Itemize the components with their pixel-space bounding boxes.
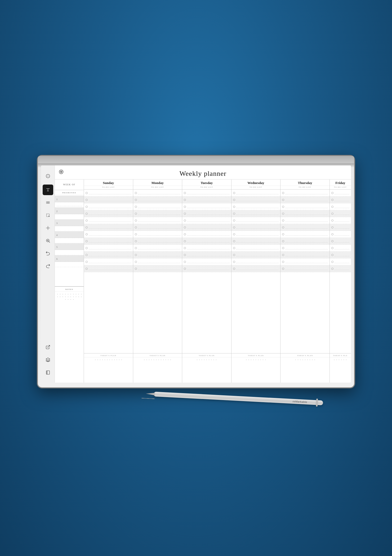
checkbox[interactable] (331, 240, 333, 242)
checkbox[interactable] (282, 240, 284, 242)
checkbox[interactable] (331, 206, 333, 208)
redo-btn[interactable] (43, 261, 53, 271)
checkbox[interactable] (233, 213, 235, 215)
checkbox[interactable] (184, 192, 186, 194)
checkbox[interactable] (184, 213, 186, 215)
sidebar-top-icon (41, 169, 55, 183)
checkbox[interactable] (282, 206, 284, 208)
checkbox[interactable] (282, 261, 284, 263)
checkbox[interactable] (135, 233, 137, 235)
checkbox[interactable] (282, 268, 284, 270)
notes-section: NOTES (55, 286, 84, 383)
checkbox[interactable] (233, 192, 235, 194)
tablet-device: Weekly planner WEEK OF PRIORITIES (37, 155, 355, 388)
checkbox[interactable] (135, 254, 137, 256)
checkbox[interactable] (135, 240, 137, 242)
checkbox[interactable] (233, 233, 235, 235)
checkbox[interactable] (282, 219, 284, 222)
checkbox[interactable] (86, 192, 88, 194)
checkbox[interactable] (233, 199, 235, 201)
selection-tool-btn[interactable] (43, 210, 53, 221)
checkbox[interactable] (135, 268, 137, 270)
checkbox[interactable] (86, 247, 88, 249)
undo-btn[interactable] (43, 248, 53, 259)
checkbox[interactable] (135, 247, 137, 249)
checkbox[interactable] (233, 254, 235, 256)
priorities-label: PRIORITIES (55, 190, 84, 195)
checkbox[interactable] (233, 226, 235, 228)
checkbox[interactable] (331, 213, 333, 215)
checkbox[interactable] (86, 219, 88, 222)
checkbox[interactable] (282, 226, 284, 228)
checkbox[interactable] (233, 247, 235, 249)
checkbox[interactable] (135, 199, 137, 201)
checkbox[interactable] (135, 219, 137, 222)
checkbox[interactable] (331, 254, 333, 256)
checkbox[interactable] (135, 206, 137, 208)
checkbox[interactable] (331, 219, 333, 222)
text-tool-btn[interactable] (43, 185, 53, 195)
checkbox[interactable] (331, 199, 333, 201)
checkbox[interactable] (184, 226, 186, 228)
layers-btn[interactable] (43, 355, 53, 365)
checkbox[interactable] (331, 268, 333, 270)
checkbox[interactable] (86, 199, 88, 201)
device-wrapper: Weekly planner WEEK OF PRIORITIES (37, 155, 355, 401)
checkbox[interactable] (86, 206, 88, 208)
checkbox[interactable] (184, 199, 186, 201)
todo-row (231, 196, 280, 203)
checkbox[interactable] (233, 206, 235, 208)
checkbox[interactable] (331, 226, 333, 228)
checkbox[interactable] (86, 233, 88, 235)
checkbox[interactable] (86, 268, 88, 270)
notes-label: NOTES (55, 287, 84, 292)
pen-clip (316, 398, 318, 406)
checkbox[interactable] (282, 247, 284, 249)
checkbox[interactable] (135, 192, 137, 194)
checkbox[interactable] (135, 213, 137, 215)
priority-block-3-content (55, 226, 84, 231)
day-col-thursday: Thursday TO-DO LIST (280, 180, 330, 383)
checkbox[interactable] (86, 254, 88, 256)
note-dot (73, 294, 74, 294)
zoom-tool-btn[interactable] (43, 235, 53, 246)
move-tool-btn[interactable] (43, 223, 53, 233)
priority-num-4: 4 (56, 234, 57, 236)
note-dot (76, 297, 76, 297)
note-dot (70, 299, 71, 300)
checkbox[interactable] (184, 233, 186, 235)
export-btn[interactable] (43, 342, 53, 352)
checkbox[interactable] (282, 192, 284, 194)
checkbox[interactable] (331, 261, 333, 263)
checkbox[interactable] (184, 219, 186, 222)
checkbox[interactable] (184, 206, 186, 208)
checkbox[interactable] (282, 199, 284, 201)
checkbox[interactable] (331, 192, 333, 194)
checkbox[interactable] (86, 261, 88, 263)
notebook-btn[interactable] (43, 367, 53, 378)
checkbox[interactable] (184, 268, 186, 270)
checkbox[interactable] (233, 261, 235, 263)
checkbox[interactable] (184, 247, 186, 249)
checkbox[interactable] (86, 226, 88, 228)
checkbox[interactable] (282, 233, 284, 235)
checkbox[interactable] (184, 240, 186, 242)
checkbox[interactable] (86, 240, 88, 242)
todo-row (330, 217, 351, 224)
checkbox[interactable] (233, 219, 235, 222)
checkbox[interactable] (135, 261, 137, 263)
note-dot (78, 297, 79, 297)
checkbox[interactable] (184, 254, 186, 256)
checkbox[interactable] (86, 213, 88, 215)
checkbox[interactable] (184, 261, 186, 263)
checkbox[interactable] (135, 226, 137, 228)
checkbox[interactable] (331, 247, 333, 249)
zoom-icon (46, 238, 50, 243)
checkbox[interactable] (282, 254, 284, 256)
menu-tool-btn[interactable] (43, 197, 53, 208)
checkbox[interactable] (233, 240, 235, 242)
checkbox[interactable] (331, 233, 333, 235)
checkbox[interactable] (233, 268, 235, 270)
target-icon-btn[interactable] (43, 171, 53, 181)
checkbox[interactable] (282, 213, 284, 215)
